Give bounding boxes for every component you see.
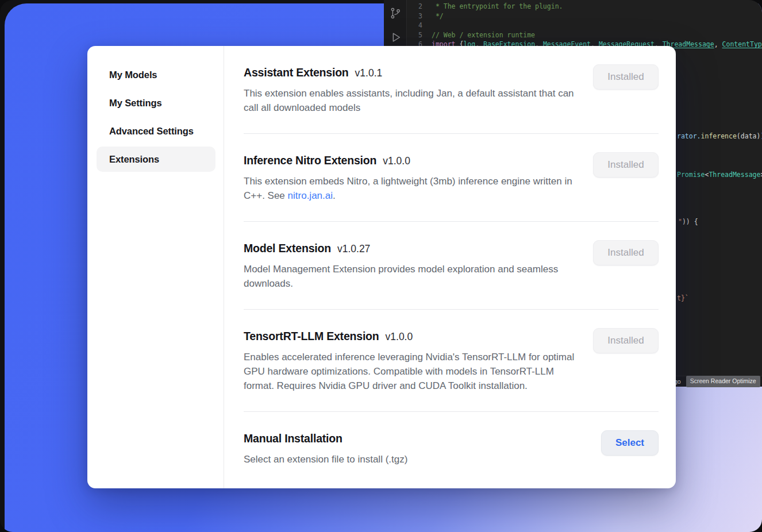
code-token: inference: [701, 132, 737, 140]
code-token: Promise: [677, 171, 705, 179]
run-debug-icon[interactable]: [389, 31, 402, 44]
status-screen-reader[interactable]: Screen Reader Optimize: [686, 376, 760, 387]
line-number: 2: [407, 2, 422, 11]
extension-text: TensortRT-LLM Extensionv1.0.0 Enables ac…: [244, 328, 579, 393]
settings-sidebar: My Models My Settings Advanced Settings …: [87, 46, 224, 488]
code-fragment: ")) {: [678, 217, 698, 227]
extension-description: This extension embeds Nitro, a lightweig…: [244, 174, 579, 203]
sidebar-item-label: My Settings: [109, 98, 162, 109]
extension-text: Assistant Extensionv1.0.1 This extension…: [244, 64, 579, 115]
editor-code-area: 2 * The entrypoint for the plugin. 3 */ …: [407, 0, 762, 49]
sidebar-item-my-settings[interactable]: My Settings: [97, 90, 215, 115]
extension-version: v1.0.0: [383, 155, 410, 167]
installed-button[interactable]: Installed: [593, 328, 659, 353]
extension-version: v1.0.1: [355, 67, 383, 79]
extension-title-row: Manual Installation: [244, 430, 407, 448]
extension-text: Manual Installation Select an extension …: [244, 430, 407, 467]
extension-text: Inference Nitro Extensionv1.0.0 This ext…: [244, 152, 579, 203]
sidebar-item-label: Extensions: [109, 154, 159, 165]
installed-button[interactable]: Installed: [593, 64, 659, 90]
extension-section: Model Extensionv1.0.27 Model Management …: [244, 222, 659, 309]
extension-section: Assistant Extensionv1.0.1 This extension…: [244, 63, 659, 133]
code-token: * The entrypoint for the plugin.: [432, 2, 563, 10]
extension-name: Assistant Extension: [244, 66, 349, 79]
code-line: 3 */: [407, 11, 762, 21]
select-button[interactable]: Select: [601, 430, 659, 456]
extension-description: Select an extension file to install (.tg…: [244, 452, 407, 467]
code-line: 5 // Web / extension runtime: [407, 30, 762, 40]
code-line: 2 * The entrypoint for the plugin.: [407, 2, 762, 11]
line-number: 3: [407, 11, 422, 21]
line-code: * The entrypoint for the plugin.: [432, 2, 563, 11]
code-token: )) {: [682, 218, 698, 226]
line-number: 5: [407, 30, 422, 40]
source-control-icon[interactable]: [389, 7, 402, 20]
code-token: ContentType: [722, 40, 762, 48]
sidebar-item-extensions[interactable]: Extensions: [97, 147, 215, 172]
code-fragment: rator.inference(data));: [677, 132, 762, 141]
code-token: ThreadMessage: [709, 171, 760, 179]
code-token: rator.: [677, 132, 701, 140]
line-code: */: [432, 11, 444, 21]
code-fragment: t}`: [677, 294, 689, 303]
sidebar-item-advanced-settings[interactable]: Advanced Settings: [97, 118, 215, 144]
sidebar-item-label: Advanced Settings: [109, 126, 194, 137]
extension-version: v1.0.27: [337, 243, 370, 255]
extension-description: Model Management Extension provides mode…: [244, 262, 579, 291]
sidebar-item-my-models[interactable]: My Models: [97, 62, 215, 87]
extension-section: Inference Nitro Extensionv1.0.0 This ext…: [244, 134, 659, 221]
code-line: 4: [407, 21, 762, 30]
code-token: */: [432, 12, 444, 20]
extension-title-row: Model Extensionv1.0.27: [244, 240, 579, 257]
code-token: // Web / extension runtime: [432, 31, 535, 39]
extension-version: v1.0.0: [386, 331, 413, 342]
settings-card: My Models My Settings Advanced Settings …: [87, 46, 676, 488]
extension-name: Manual Installation: [244, 432, 342, 445]
extensions-list: Assistant Extensionv1.0.1 This extension…: [224, 46, 676, 488]
screenshot-canvas: 2 * The entrypoint for the plugin. 3 */ …: [0, 0, 762, 532]
line-number: 4: [407, 21, 422, 30]
extension-description: Enables accelerated inference leveraging…: [244, 350, 579, 393]
extension-name: Model Extension: [244, 242, 331, 255]
installed-button[interactable]: Installed: [593, 152, 659, 178]
installed-button[interactable]: Installed: [593, 240, 659, 265]
code-fragment: Promise<ThreadMessage>: [677, 170, 762, 180]
extension-section: Manual Installation Select an extension …: [244, 412, 659, 485]
code-token: (data));: [737, 132, 762, 140]
settings-nav: My Models My Settings Advanced Settings …: [97, 62, 215, 172]
extension-text: Model Extensionv1.0.27 Model Management …: [244, 240, 579, 291]
extension-name: TensortRT-LLM Extension: [244, 330, 379, 342]
extension-title-row: TensortRT-LLM Extensionv1.0.0: [244, 328, 579, 345]
extension-section: TensortRT-LLM Extensionv1.0.0 Enables ac…: [244, 310, 659, 411]
extension-title-row: Inference Nitro Extensionv1.0.0: [244, 152, 579, 169]
code-token: ,: [714, 40, 722, 48]
extension-description: This extension enables assistants, inclu…: [244, 86, 579, 115]
extension-link[interactable]: nitro.jan.ai: [288, 190, 333, 201]
extension-title-row: Assistant Extensionv1.0.1: [244, 64, 579, 82]
code-token: ": [678, 218, 682, 226]
line-code: // Web / extension runtime: [432, 30, 535, 40]
code-token: t}`: [677, 294, 689, 302]
sidebar-item-label: My Models: [109, 70, 157, 80]
extension-name: Inference Nitro Extension: [244, 154, 376, 167]
